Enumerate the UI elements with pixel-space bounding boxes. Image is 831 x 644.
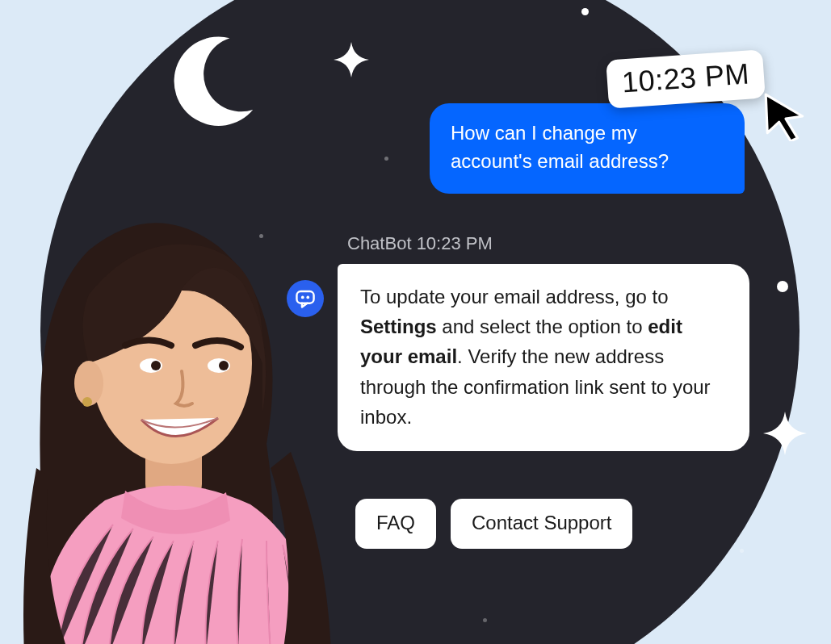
sparkle-icon [763,412,807,455]
cursor-icon [761,91,811,141]
scene: How can I change my account's email addr… [0,0,831,644]
timestamp-text: 10:23 PM [621,57,751,99]
person-illustration [0,202,363,644]
star-dot [777,281,788,292]
svg-point-10 [219,361,229,370]
bot-reply-text: To update your email address, go to Sett… [360,286,711,428]
bot-header: ChatBot 10:23 PM [347,233,493,254]
sparkle-icon [334,42,369,77]
contact-support-button[interactable]: Contact Support [451,499,632,549]
user-message-text: How can I change my account's email addr… [451,122,669,172]
star-dot [581,8,589,15]
contact-support-button-label: Contact Support [472,512,611,533]
faq-button[interactable]: FAQ [355,499,436,549]
timestamp-badge: 10:23 PM [606,49,766,108]
user-message-bubble: How can I change my account's email addr… [430,103,745,194]
svg-point-9 [151,361,161,370]
bot-time: 10:23 PM [417,233,493,253]
star-dot [740,549,744,553]
moon-icon [170,32,267,129]
star-dot [483,618,487,622]
faq-button-label: FAQ [376,512,415,533]
star-dot [384,157,388,161]
svg-point-6 [82,397,92,407]
quick-reply-options: FAQ Contact Support [355,499,632,549]
bot-message-bubble: To update your email address, go to Sett… [338,264,749,451]
